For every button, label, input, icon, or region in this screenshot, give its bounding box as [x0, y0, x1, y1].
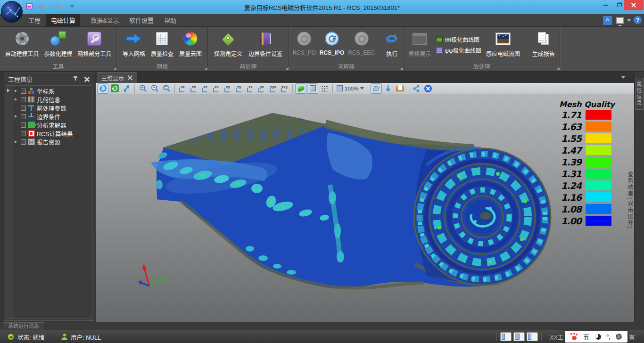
smooth-shading-button[interactable] [296, 84, 306, 93]
expand-arrow-icon[interactable] [15, 140, 18, 143]
group-expand-icon[interactable] [286, 67, 289, 70]
tree-item-coordinate-system[interactable]: 坐标系 [13, 87, 92, 95]
tree-item-geometry-info[interactable]: 几何信息 [13, 95, 92, 104]
view-orientation-button[interactable]: xz [200, 84, 210, 93]
group-expand-icon[interactable] [114, 67, 116, 70]
tree-item-preprocess-params[interactable]: 前处理参数 [13, 104, 92, 112]
tree-item-rcs-results[interactable]: RCS计算结果 [13, 129, 92, 138]
expand-arrow-icon[interactable] [15, 98, 18, 101]
layout-split-button[interactable] [513, 332, 525, 341]
zoom-fit-icon[interactable] [161, 84, 172, 93]
ime-moon-icon[interactable] [595, 334, 601, 340]
checkbox[interactable] [21, 89, 26, 94]
display-style-icon[interactable] [616, 17, 624, 24]
menu-tab-project[interactable]: 工程 [24, 14, 45, 27]
help-icon[interactable]: ? [634, 16, 642, 24]
quality-check-button[interactable]: 质量检查 [151, 28, 173, 57]
zoom-out-icon[interactable] [149, 84, 160, 93]
rotate-view-button[interactable] [98, 84, 108, 93]
import-result-button[interactable] [383, 84, 393, 93]
parametric-modeling-button[interactable]: 参数化建模 [44, 28, 72, 57]
layout-left-button[interactable] [500, 332, 512, 341]
view-orientation-button[interactable]: xz [178, 84, 188, 93]
psi-polar-curve-button[interactable]: ψψ极化曲线图 [436, 46, 481, 54]
mesh-tool-button[interactable]: 网格剖分工具 [77, 28, 111, 57]
zoom-dropdown-icon[interactable] [360, 87, 364, 91]
execute-button[interactable]: 执行 [384, 28, 399, 57]
menu-tab-settings[interactable]: 软件设置 [124, 14, 158, 27]
system-messages-tab[interactable]: 系统运行消息 [3, 322, 44, 330]
zoom-in-icon[interactable] [138, 84, 148, 93]
ime-mode-label[interactable]: 五 [583, 332, 590, 342]
flat-shading-button[interactable] [307, 84, 318, 93]
view-orientation-button[interactable]: yx [257, 84, 267, 93]
tree-item-report-resources[interactable]: 报告资源 [13, 138, 92, 146]
tree-item-boundary-conditions[interactable]: 边界条件 [13, 112, 92, 121]
window-title: 复杂目标RCS电磁分析软件2015 R1 - RCS_2015031801* [0, 3, 644, 12]
menu-tab-data-display[interactable]: 数据&显示 [86, 14, 124, 27]
gutter-arrow-icon[interactable] [7, 89, 12, 92]
checkbox[interactable] [21, 122, 26, 128]
copy-image-button[interactable] [395, 84, 405, 93]
induced-current-map-button[interactable]: 感应电磁流图 [486, 28, 520, 57]
theta-polar-curve-button[interactable]: θθ极化曲线图 [436, 35, 481, 43]
table-display-button[interactable]: 表格展示 [408, 28, 431, 57]
ime-toolbar[interactable]: 五 °, [565, 331, 627, 343]
import-mesh-button[interactable]: 导入网格 [123, 28, 145, 57]
pin-icon[interactable] [72, 76, 79, 82]
checkbox[interactable] [21, 131, 26, 136]
expand-arrow-icon[interactable] [15, 90, 18, 92]
collapse-ribbon-icon[interactable]: ^ [603, 16, 612, 25]
checkbox[interactable] [21, 106, 26, 111]
probe-angle-button[interactable]: 探测角定义 [214, 28, 242, 57]
view-results-collapsed-tab[interactable]: 查看结果(双击展开) [626, 171, 634, 229]
mesh-wrench-icon [87, 32, 101, 46]
pan-view-button[interactable] [121, 84, 132, 93]
surface-select-button[interactable] [371, 84, 381, 93]
view-orientation-button[interactable]: zy [223, 84, 233, 93]
tab-close-icon[interactable] [128, 75, 132, 80]
generate-report-button[interactable]: 生成报告 [532, 28, 555, 57]
checkbox[interactable] [21, 139, 26, 145]
rcs-eec-button[interactable]: RCS_EEC [348, 28, 375, 56]
launch-modeler-button[interactable]: 启动建模工具 [5, 28, 39, 57]
group-expand-icon[interactable] [557, 67, 560, 70]
close-button[interactable] [624, 0, 644, 10]
rcs-ipo-button[interactable]: RCS_IPO [320, 28, 345, 56]
display-style-dropdown-icon[interactable] [627, 19, 631, 24]
view-orientation-button[interactable]: zx [246, 84, 256, 93]
ime-punctuation-icon[interactable]: °, [606, 333, 611, 340]
minimize-button[interactable] [600, 0, 612, 10]
group-expand-icon[interactable] [400, 67, 403, 70]
view-orientation-button[interactable]: zyx [268, 84, 278, 93]
expand-arrow-icon[interactable] [15, 115, 18, 118]
quality-contour-button[interactable]: 质量云图 [179, 28, 202, 57]
ime-logo-icon[interactable] [570, 333, 578, 340]
view-orientation-button[interactable]: zxy [280, 84, 289, 93]
checkbox[interactable] [21, 114, 26, 119]
ime-settings-icon[interactable] [616, 334, 622, 340]
properties-collapsed-tab[interactable]: 属性信息 [636, 78, 644, 110]
panel-close-icon[interactable] [83, 76, 90, 82]
group-label-tools: 工具 [50, 62, 67, 70]
wireframe-button[interactable] [319, 84, 330, 93]
share-view-button[interactable] [411, 84, 421, 93]
view-orientation-button[interactable]: zx [212, 84, 222, 93]
menu-tab-em-compute[interactable]: 电磁计算 [46, 14, 80, 27]
tree-item-solver[interactable]: 分析求解器 [13, 121, 92, 129]
close-view-button[interactable] [423, 84, 433, 93]
checkbox[interactable] [21, 97, 26, 102]
tab-overflow-icon[interactable] [621, 76, 626, 81]
boundary-settings-button[interactable]: 边界条件设置 [248, 28, 282, 57]
3d-viewport[interactable]: Mesh Quality 1.71 1.63 1.55 1.47 1.39 1.… [96, 94, 634, 322]
app-logo[interactable] [1, 1, 23, 23]
view-orientation-button[interactable]: zx [189, 84, 199, 93]
zoom-level-control[interactable]: 100% [336, 85, 365, 91]
tab-3d-display[interactable]: 三维显示 [97, 72, 137, 83]
refresh-view-button[interactable] [109, 84, 120, 93]
layout-panel-button[interactable] [527, 332, 538, 341]
menu-tab-help[interactable]: 帮助 [159, 14, 181, 27]
view-orientation-button[interactable]: zy [234, 84, 244, 93]
group-expand-icon[interactable] [205, 67, 207, 70]
rcs-po-button[interactable]: RCS_PO [293, 28, 316, 56]
